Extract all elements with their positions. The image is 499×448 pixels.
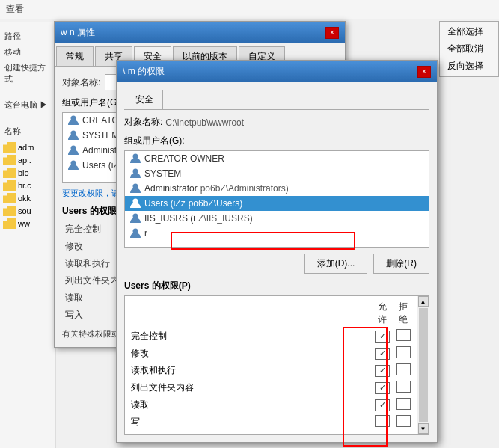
user-icon-system	[67, 129, 79, 141]
user-icon-creator-perm	[129, 153, 141, 165]
perm-iis-sub: Z\IIS_IUSRS)	[198, 213, 253, 224]
perm-user-system[interactable]: SYSTEM	[125, 166, 429, 181]
scrollbar[interactable]: ▲ ▼	[417, 296, 429, 434]
perm-group-label: 组或用户名(G):	[124, 135, 429, 147]
perm-rights-section: Users 的权限(P) 允许 拒绝 完全控制	[124, 280, 429, 435]
perm-rights-label: Users 的权限(P)	[124, 280, 429, 292]
permission-title-bar: \ m 的权限 ×	[117, 61, 437, 82]
perm-user-unknown[interactable]: r	[125, 226, 429, 241]
sidebar-this-pc[interactable]: 这台电脑 ▶	[3, 97, 52, 113]
perm-listdir-deny-check[interactable]	[396, 381, 411, 393]
perm-modify-label: 修改	[128, 345, 372, 362]
perm-readexec-label: 读取和执行	[128, 362, 372, 379]
user-icon-admin-perm	[129, 182, 141, 194]
menu-view[interactable]: 查看	[6, 4, 24, 14]
perm-creator-name: CREATOR OWNER	[144, 153, 224, 164]
ctx-invert[interactable]: 反向选择	[440, 58, 498, 75]
explorer-sidebar: 路径 移动 创建快捷方式 这台电脑 ▶ 名称 adm api. blo hr.c	[0, 22, 56, 448]
folder-okk[interactable]: okk	[3, 193, 52, 203]
perm-users-sub: po6bZ\Users)	[189, 198, 243, 209]
permission-close-btn[interactable]: ×	[417, 66, 431, 78]
perm-fullcontrol-label: 完全控制	[128, 328, 372, 345]
perm-row-readexec: 读取和执行	[128, 362, 426, 379]
perm-rights-table: 允许 拒绝 完全控制 修改	[128, 299, 426, 431]
permission-tabs: 安全	[124, 90, 429, 110]
sidebar-path[interactable]: 路径	[3, 28, 52, 44]
btn-add[interactable]: 添加(D)...	[304, 254, 368, 274]
context-menu: 全部选择 全部取消 反向选择	[439, 21, 499, 77]
scroll-up[interactable]: ▲	[418, 296, 429, 307]
ctx-deselect-all[interactable]: 全部取消	[440, 40, 498, 58]
properties-close-btn[interactable]: ×	[325, 27, 339, 39]
perm-admin-name: Administrator	[144, 183, 198, 194]
perm-readexec-allow-check[interactable]	[375, 365, 390, 377]
perm-modify-allow-check[interactable]	[375, 348, 390, 360]
col-allow-header: 允许	[372, 299, 393, 328]
permission-user-list[interactable]: CREATOR OWNER SYSTEM Administrator po6bZ…	[124, 150, 429, 248]
perm-row-fullcontrol: 完全控制	[128, 328, 426, 345]
folder-api[interactable]: api.	[3, 155, 52, 165]
sidebar-move[interactable]: 移动	[3, 44, 52, 60]
perm-row-listdir: 列出文件夹内容	[128, 379, 426, 396]
perm-write-deny-check[interactable]	[396, 415, 411, 427]
perm-fullcontrol-deny-check[interactable]	[396, 329, 411, 341]
folder-blo[interactable]: blo	[3, 168, 52, 178]
perm-listdir-label: 列出文件夹内容	[128, 379, 372, 396]
perm-read-deny-check[interactable]	[396, 398, 411, 410]
perm-admin-sub: po6bZ\Administrators)	[200, 183, 289, 194]
perm-user-admin[interactable]: Administrator po6bZ\Administrators)	[125, 181, 429, 196]
perm-iis-name: IIS_IUSRS (i	[144, 213, 195, 224]
explorer-header: 查看	[0, 0, 499, 19]
perm-target-value: C:\inetpub\wwwroot	[165, 117, 244, 128]
scroll-down[interactable]: ▼	[418, 423, 429, 434]
user-icon-iis-perm	[129, 212, 141, 224]
perm-rights-table-wrapper: 允许 拒绝 完全控制 修改	[124, 295, 429, 435]
perm-unknown-sub: r	[144, 228, 147, 239]
perm-write-label: 写	[128, 414, 372, 431]
perm-read-label: 读取	[128, 396, 372, 414]
perm-fullcontrol-allow-check[interactable]	[375, 331, 390, 343]
perm-btn-row: 添加(D)... 删除(R)	[124, 254, 429, 274]
folder-adm[interactable]: adm	[3, 142, 52, 153]
permission-title-text: \ m 的权限	[123, 65, 165, 78]
perm-target-label: 对象名称:	[124, 116, 162, 129]
perm-system-name: SYSTEM	[144, 168, 181, 179]
permission-dialog: \ m 的权限 × 安全 对象名称: C:\inetpub\wwwroot 组或…	[116, 60, 438, 443]
user-icon-users-perm	[129, 197, 141, 209]
perm-write-allow-check[interactable]	[375, 415, 390, 427]
scroll-thumb[interactable]	[419, 308, 428, 422]
folder-sou[interactable]: sou	[3, 206, 52, 216]
perm-listdir-allow-check[interactable]	[375, 382, 390, 394]
user-icon-system-perm	[129, 168, 141, 179]
col-deny-header: 拒绝	[393, 299, 414, 328]
perm-read-allow-check[interactable]	[375, 399, 390, 411]
perm-row-write: 写	[128, 414, 426, 431]
perm-tab-security[interactable]: 安全	[126, 90, 163, 109]
target-label: 对象名称:	[62, 76, 100, 89]
perm-modify-deny-check[interactable]	[396, 346, 411, 358]
perm-user-users[interactable]: Users (iZz po6bZ\Users)	[125, 196, 429, 211]
perm-readexec-deny-check[interactable]	[396, 363, 411, 375]
properties-title-bar: w n 属性 ×	[55, 22, 345, 43]
user-icon-creator	[67, 114, 79, 126]
ctx-select-all[interactable]: 全部选择	[440, 23, 498, 40]
tab-general[interactable]: 常规	[56, 46, 94, 66]
user-icon-admin	[67, 144, 79, 156]
permission-content: 安全 对象名称: C:\inetpub\wwwroot 组或用户名(G): CR…	[117, 82, 437, 442]
folder-hr[interactable]: hr.c	[3, 180, 52, 191]
sidebar-shortcut[interactable]: 创建快捷方式	[3, 60, 52, 87]
folder-www[interactable]: ww	[3, 218, 52, 229]
properties-title-text: w n 属性	[61, 26, 95, 39]
user-icon-unknown-perm	[129, 227, 141, 239]
perm-row-read: 读取	[128, 396, 426, 414]
sidebar-name-label: 名称	[3, 123, 52, 139]
btn-remove[interactable]: 删除(R)	[373, 254, 429, 274]
perm-row-modify: 修改	[128, 345, 426, 362]
perm-users-name: Users (iZz	[144, 198, 186, 209]
user-icon-users	[67, 159, 79, 171]
perm-user-creator[interactable]: CREATOR OWNER	[125, 151, 429, 166]
perm-user-iis[interactable]: IIS_IUSRS (i Z\IIS_IUSRS)	[125, 211, 429, 226]
